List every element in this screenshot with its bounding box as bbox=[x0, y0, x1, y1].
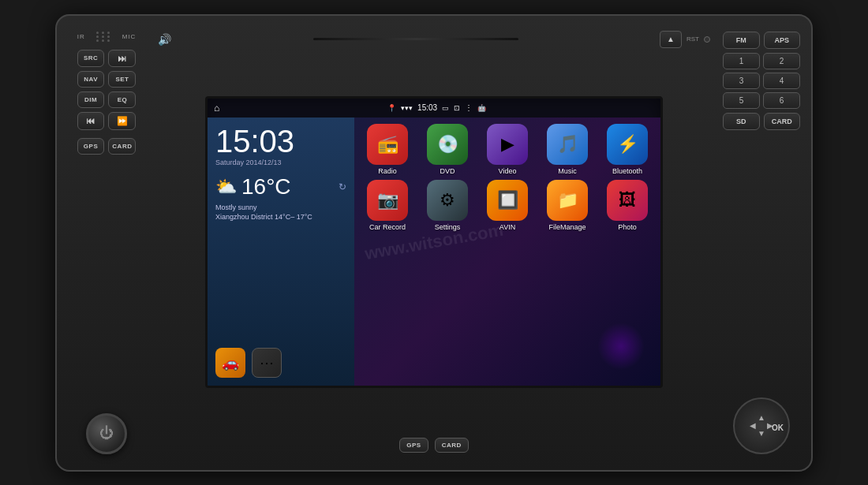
home-icon[interactable]: ⌂ bbox=[214, 103, 219, 114]
fm-aps-row: FM APS bbox=[723, 32, 800, 49]
app-settings[interactable]: ⚙ Settings bbox=[421, 180, 474, 231]
android-status-bar: ⌂ 📍 ▾▾▾ 15:03 ▭ ⊡ ⋮ 🤖 bbox=[208, 99, 660, 118]
photo-label: Photo bbox=[618, 223, 637, 231]
photo-icon: 🖼 bbox=[607, 180, 648, 221]
ir-label: IR bbox=[77, 33, 85, 40]
set-button[interactable]: SET bbox=[108, 71, 136, 88]
eject-button[interactable]: ▲ bbox=[660, 31, 682, 48]
nav-button[interactable]: NAV bbox=[77, 71, 105, 88]
car-record-icon: 📷 bbox=[367, 180, 408, 221]
top-bar: 🔊 ▲ RST bbox=[150, 28, 718, 50]
preset-2[interactable]: 2 bbox=[763, 53, 800, 69]
date-display: Saturday 2014/12/13 bbox=[215, 159, 346, 166]
right-panel: FM APS 1 2 3 4 5 6 SD CARD ▲ ◀ ▶ bbox=[718, 24, 805, 462]
video-icon: ▶ bbox=[487, 124, 528, 165]
fm-button[interactable]: FM bbox=[723, 32, 760, 49]
ok-label[interactable]: OK bbox=[772, 423, 784, 432]
weather-icon: ⛅ bbox=[215, 177, 237, 197]
wifi-icon: ▾▾▾ bbox=[401, 104, 413, 112]
next-button[interactable]: ⏭ bbox=[108, 50, 136, 67]
file-label: FileManage bbox=[548, 223, 586, 231]
app-avin[interactable]: 🔲 AVIN bbox=[481, 180, 534, 231]
radio-label: Radio bbox=[378, 167, 397, 175]
gps-card-row: GPS CARD bbox=[77, 138, 137, 155]
screen-content: 15:03 Saturday 2014/12/13 ⛅ 16°C ↻ Mostl… bbox=[208, 118, 660, 386]
dock-icon-menu[interactable]: ⋯ bbox=[252, 348, 282, 378]
music-label: Music bbox=[558, 167, 577, 175]
nav-circle[interactable]: ▲ ◀ ▶ ▼ OK bbox=[733, 397, 790, 454]
preset-4[interactable]: 4 bbox=[763, 73, 800, 89]
car-record-label: Car Record bbox=[369, 223, 406, 231]
volume-icon: 🔊 bbox=[158, 33, 171, 46]
right-top-controls: FM APS 1 2 3 4 5 6 SD CARD bbox=[723, 32, 800, 130]
main-screen: ⌂ 📍 ▾▾▾ 15:03 ▭ ⊡ ⋮ 🤖 15:03 Saturday 20 bbox=[205, 96, 663, 388]
app-video[interactable]: ▶ Video bbox=[481, 124, 534, 175]
ff-button[interactable]: ⏩ bbox=[108, 112, 136, 130]
app-row-2: 📷 Car Record ⚙ Settings 🔲 AVIN 📁 bbox=[361, 180, 654, 231]
menu-icon[interactable]: ⋮ bbox=[465, 103, 473, 112]
nav-down-arrow[interactable]: ▼ bbox=[758, 430, 765, 438]
settings-label: Settings bbox=[435, 223, 461, 231]
sync-icon[interactable]: ↻ bbox=[339, 181, 346, 192]
mic-label: MIC bbox=[122, 33, 137, 40]
mic-indicator bbox=[96, 32, 111, 42]
sd-button[interactable]: SD bbox=[723, 113, 760, 130]
preset-num-grid: 1 2 3 4 5 6 bbox=[723, 53, 800, 109]
avin-label: AVIN bbox=[499, 223, 515, 231]
app-radio[interactable]: 📻 Radio bbox=[361, 124, 414, 175]
disc-slot bbox=[313, 38, 518, 40]
device: IR MIC SRC ⏭ NAV SET DIM EQ ⏮ ⏩ GPS bbox=[55, 14, 813, 472]
power-knob[interactable]: ⏻ bbox=[86, 413, 127, 454]
bluetooth-icon: ⚡ bbox=[607, 124, 648, 165]
app-music[interactable]: 🎵 Music bbox=[541, 124, 594, 175]
nav-lr: ◀ ▶ bbox=[750, 422, 773, 430]
card-right-button[interactable]: CARD bbox=[764, 113, 801, 130]
left-btn-grid: SRC ⏭ NAV SET DIM EQ ⏮ ⏩ bbox=[77, 50, 137, 130]
app-dvd[interactable]: 💿 DVD bbox=[421, 124, 474, 175]
src-button[interactable]: SRC bbox=[77, 50, 105, 67]
temperature-display: 16°C bbox=[241, 174, 291, 200]
music-icon: 🎵 bbox=[547, 124, 588, 165]
settings-icon: ⚙ bbox=[427, 180, 468, 221]
file-icon: 📁 bbox=[547, 180, 588, 221]
card-button-left[interactable]: CARD bbox=[108, 138, 136, 155]
app-car-record[interactable]: 📷 Car Record bbox=[361, 180, 414, 231]
sd-card-row: SD CARD bbox=[723, 113, 800, 130]
prev-button[interactable]: ⏮ bbox=[77, 112, 105, 130]
status-time: 15:03 bbox=[417, 103, 437, 112]
nav-left-arrow[interactable]: ◀ bbox=[750, 422, 756, 430]
nav-up-arrow[interactable]: ▲ bbox=[758, 414, 765, 422]
dim-button[interactable]: DIM bbox=[77, 91, 105, 108]
dock-icon-car[interactable]: 🚗 bbox=[215, 348, 245, 378]
app-bluetooth[interactable]: ⚡ Bluetooth bbox=[600, 124, 654, 175]
bluetooth-label: Bluetooth bbox=[612, 167, 642, 175]
app-photo[interactable]: 🖼 Photo bbox=[600, 180, 654, 231]
status-bar-left: ⌂ bbox=[214, 103, 219, 114]
left-top-controls: IR MIC SRC ⏭ NAV SET DIM EQ ⏮ ⏩ GPS bbox=[77, 32, 137, 155]
android-icon: 🤖 bbox=[477, 104, 486, 112]
preset-3[interactable]: 3 bbox=[723, 73, 760, 89]
preset-5[interactable]: 5 bbox=[723, 92, 760, 109]
weather-row: ⛅ 16°C ↻ bbox=[215, 174, 346, 200]
rst-label: RST bbox=[687, 35, 699, 43]
bottom-bar: GPS CARD bbox=[150, 434, 718, 457]
ir-mic-row: IR MIC bbox=[77, 32, 137, 42]
card-bottom-button[interactable]: CARD bbox=[435, 438, 469, 453]
avin-icon: 🔲 bbox=[487, 180, 528, 221]
location-icon: 📍 bbox=[387, 104, 396, 112]
aps-button[interactable]: APS bbox=[764, 32, 801, 49]
radio-icon: 📻 bbox=[367, 124, 408, 165]
purple-glow-decoration bbox=[597, 323, 645, 370]
app-grid: 📻 Radio 💿 DVD ▶ Video 🎵 bbox=[354, 118, 660, 386]
clock-display: 15:03 bbox=[215, 125, 346, 157]
weather-description: Mostly sunny Xiangzhou District 14°C– 17… bbox=[215, 203, 346, 222]
gps-bottom-button[interactable]: GPS bbox=[399, 438, 428, 453]
preset-1[interactable]: 1 bbox=[723, 53, 760, 69]
preset-6[interactable]: 6 bbox=[763, 92, 800, 109]
app-filemanage[interactable]: 📁 FileManage bbox=[541, 180, 594, 231]
dock-icons: 🚗 ⋯ bbox=[215, 343, 346, 378]
rst-button[interactable] bbox=[704, 36, 710, 43]
battery-icon: ▭ bbox=[442, 104, 449, 112]
eq-button[interactable]: EQ bbox=[108, 91, 136, 108]
gps-button[interactable]: GPS bbox=[77, 138, 105, 155]
